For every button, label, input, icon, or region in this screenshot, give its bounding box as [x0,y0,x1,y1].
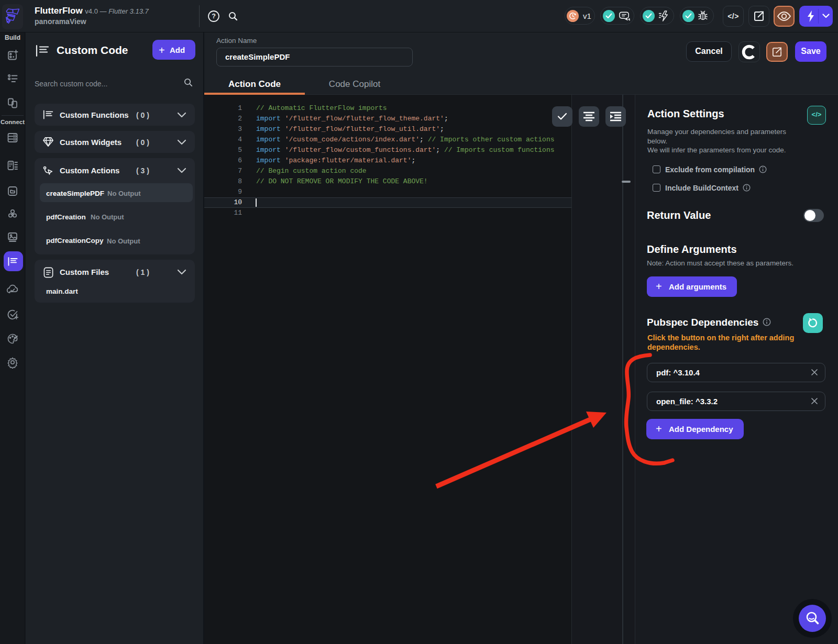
svg-text:?: ? [212,13,216,20]
